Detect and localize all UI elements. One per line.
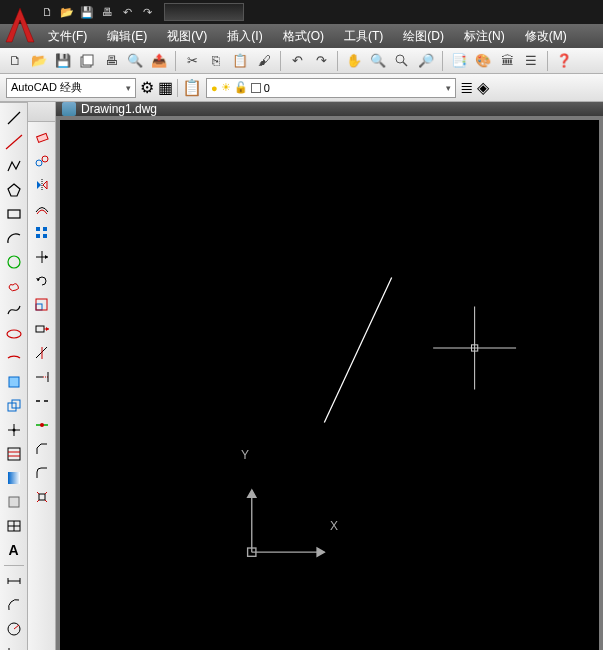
menu-file[interactable]: 文件(F) [38,25,97,48]
publish-icon[interactable]: 📤 [148,50,170,72]
cut-icon[interactable]: ✂ [181,50,203,72]
design-center-icon[interactable]: 🏛 [496,50,518,72]
join-tool-icon[interactable] [31,414,53,436]
gear-icon[interactable]: ⚙ [140,78,154,97]
save-icon[interactable]: 💾 [52,50,74,72]
point-tool-icon[interactable] [3,419,25,441]
new-icon[interactable]: 🗋 [4,50,26,72]
copy-icon[interactable]: ⎘ [205,50,227,72]
qat-new-icon[interactable]: 🗋 [38,3,56,21]
spline-tool-icon[interactable] [3,299,25,321]
menu-format[interactable]: 格式(O) [273,25,334,48]
svg-rect-35 [36,234,40,238]
drawn-line[interactable] [324,277,391,422]
qat-save-icon[interactable]: 💾 [78,3,96,21]
menu-view[interactable]: 视图(V) [157,25,217,48]
undo-icon[interactable]: ↶ [286,50,308,72]
menu-insert[interactable]: 插入(I) [217,25,272,48]
region-tool-icon[interactable] [3,491,25,513]
circle-tool-icon[interactable] [3,251,25,273]
zoom-prev-icon[interactable]: 🔎 [415,50,437,72]
array-tool-icon[interactable] [31,222,53,244]
explode-tool-icon[interactable] [31,486,53,508]
fillet-tool-icon[interactable] [31,462,53,484]
preview-icon[interactable]: 🔍 [124,50,146,72]
qat-open-icon[interactable]: 📂 [58,3,76,21]
properties-icon[interactable]: ☰ [520,50,542,72]
stretch-tool-icon[interactable] [31,318,53,340]
erase-tool-icon[interactable] [31,126,53,148]
svg-line-4 [8,112,20,124]
crosshair-cursor [433,307,516,390]
menu-draw[interactable]: 绘图(D) [393,25,454,48]
dim-angular-icon[interactable] [3,642,25,650]
help-icon[interactable]: ❓ [553,50,575,72]
offset-tool-icon[interactable] [31,198,53,220]
arc-tool-icon[interactable] [3,227,25,249]
trim-tool-icon[interactable] [31,342,53,364]
svg-point-31 [42,156,48,162]
zoom-realtime-icon[interactable]: 🔍 [367,50,389,72]
text-tool-icon[interactable]: A [3,539,25,561]
svg-marker-39 [45,255,48,259]
hatch-tool-icon[interactable] [3,443,25,465]
app-logo[interactable] [4,4,36,44]
copy-tool-icon[interactable] [31,150,53,172]
menu-tools[interactable]: 工具(T) [334,25,393,48]
menu-modify[interactable]: 修改(M) [515,25,577,48]
dim-linear-icon[interactable] [3,570,25,592]
tool-palette-icon[interactable]: 🎨 [472,50,494,72]
mirror-tool-icon[interactable] [31,174,53,196]
pan-icon[interactable]: ✋ [343,50,365,72]
svg-line-5 [6,135,22,149]
print-icon[interactable]: 🖶 [100,50,122,72]
rotate-tool-icon[interactable] [31,270,53,292]
workspace-switch-icon[interactable]: ▦ [158,78,173,97]
svg-rect-34 [43,227,47,231]
paste-icon[interactable]: 📋 [229,50,251,72]
layer-iso-icon[interactable]: ◈ [477,78,489,97]
revcloud-tool-icon[interactable] [3,275,25,297]
make-block-tool-icon[interactable] [3,395,25,417]
break-tool-icon[interactable] [31,390,53,412]
dim-arc-icon[interactable] [3,594,25,616]
qat-redo-icon[interactable]: ↷ [138,3,156,21]
polygon-tool-icon[interactable] [3,179,25,201]
dim-radius-icon[interactable] [3,618,25,640]
workspace-select[interactable]: AutoCAD 经典 ▾ [6,78,136,98]
zoom-window-icon[interactable] [391,50,413,72]
document-titlebar[interactable]: Drawing1.dwg [56,102,603,116]
xline-tool-icon[interactable] [3,131,25,153]
qat-undo-icon[interactable]: ↶ [118,3,136,21]
svg-point-9 [7,330,21,338]
table-tool-icon[interactable] [3,515,25,537]
svg-rect-10 [9,377,19,387]
title-bar: 🗋 📂 💾 🖶 ↶ ↷ [0,0,603,24]
extend-tool-icon[interactable] [31,366,53,388]
ellipse-arc-tool-icon[interactable] [3,347,25,369]
layer-select[interactable]: ● ☀ 🔓 0 ▾ [206,78,456,98]
svg-marker-66 [248,490,256,497]
toolbar-grip[interactable] [28,102,56,122]
layer-panel-icon[interactable]: 📋 [182,78,202,97]
sheet-set-icon[interactable]: 📑 [448,50,470,72]
redo-icon[interactable]: ↷ [310,50,332,72]
qat-print-icon[interactable]: 🖶 [98,3,116,21]
scale-tool-icon[interactable] [31,294,53,316]
open-icon[interactable]: 📂 [28,50,50,72]
layer-states-icon[interactable]: ≣ [460,78,473,97]
chamfer-tool-icon[interactable] [31,438,53,460]
match-prop-icon[interactable]: 🖌 [253,50,275,72]
line-tool-icon[interactable] [3,107,25,129]
menu-dimension[interactable]: 标注(N) [454,25,515,48]
menu-edit[interactable]: 编辑(E) [97,25,157,48]
gradient-tool-icon[interactable] [3,467,25,489]
move-tool-icon[interactable] [31,246,53,268]
saveall-icon[interactable] [76,50,98,72]
polyline-tool-icon[interactable] [3,155,25,177]
rectangle-tool-icon[interactable] [3,203,25,225]
ellipse-tool-icon[interactable] [3,323,25,345]
insert-block-tool-icon[interactable] [3,371,25,393]
drawing-canvas[interactable]: X Y [60,120,599,650]
document-name: Drawing1.dwg [81,102,157,116]
